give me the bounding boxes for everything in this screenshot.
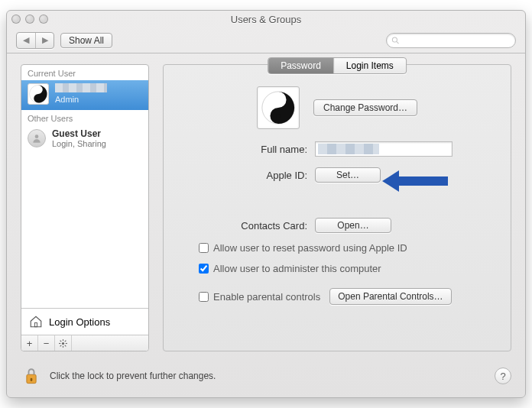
allow-reset-checkbox[interactable]	[199, 243, 209, 253]
toolbar: ◀ ▶ Show All	[7, 28, 525, 53]
login-options-row[interactable]: Login Options	[21, 308, 148, 335]
titlebar: Users & Groups	[7, 11, 525, 28]
svg-point-17	[276, 98, 280, 102]
sidebar-header-current: Current User	[21, 65, 148, 80]
search-icon	[391, 36, 400, 45]
preferences-window: Users & Groups ◀ ▶ Show All Current User	[6, 10, 526, 398]
gear-icon	[58, 338, 68, 348]
window-title: Users & Groups	[7, 14, 525, 25]
svg-point-3	[37, 89, 40, 91]
sidebar-action-bar: + −	[21, 335, 148, 351]
yin-yang-icon	[261, 91, 295, 125]
svg-line-12	[60, 340, 62, 342]
allow-admin-label: Allow user to administer this computer	[213, 263, 381, 274]
open-parental-button[interactable]: Open Parental Controls…	[329, 288, 451, 305]
action-menu-button[interactable]	[55, 335, 72, 351]
search-input[interactable]	[403, 35, 511, 46]
svg-line-13	[65, 345, 66, 346]
svg-line-15	[65, 340, 66, 342]
login-options-label: Login Options	[49, 316, 110, 328]
svg-point-7	[62, 342, 64, 344]
contacts-open-button[interactable]: Open…	[315, 218, 391, 233]
parental-checkbox[interactable]	[199, 292, 209, 302]
svg-point-5	[35, 135, 39, 139]
svg-line-14	[60, 345, 62, 346]
svg-point-18	[276, 114, 280, 118]
show-all-button[interactable]: Show All	[60, 33, 112, 48]
contacts-card-label: Contacts Card:	[177, 220, 307, 232]
annotation-arrow	[382, 170, 448, 192]
apple-id-set-button[interactable]: Set…	[315, 167, 381, 183]
sidebar-user-guest[interactable]: Guest User Login, Sharing	[21, 125, 148, 154]
guest-user-name: Guest User	[52, 128, 106, 139]
avatar	[28, 83, 49, 105]
remove-user-button[interactable]: −	[38, 335, 55, 351]
house-icon	[29, 315, 43, 329]
lock-text: Click the lock to prevent further change…	[50, 371, 216, 381]
guest-user-sub: Login, Sharing	[52, 139, 106, 149]
change-password-button[interactable]: Change Password…	[313, 99, 417, 116]
lock-icon[interactable]	[21, 365, 42, 387]
tab-bar: Password Login Items	[268, 57, 407, 74]
person-icon	[31, 133, 42, 144]
back-button[interactable]: ◀	[17, 33, 35, 48]
sidebar-user-current[interactable]: Admin	[21, 80, 148, 110]
sidebar-header-other: Other Users	[21, 110, 148, 125]
help-button[interactable]: ?	[495, 368, 511, 384]
allow-admin-checkbox[interactable]	[199, 264, 209, 274]
avatar	[28, 129, 46, 147]
yin-yang-icon	[29, 85, 47, 103]
allow-reset-label: Allow user to reset password using Apple…	[213, 242, 407, 254]
content-area: Current User Admin Other Users	[7, 53, 525, 359]
search-field[interactable]	[386, 33, 516, 48]
current-user-name	[55, 83, 107, 95]
current-user-role: Admin	[55, 95, 107, 105]
user-picture[interactable]	[257, 86, 300, 129]
footer: Click the lock to prevent further change…	[7, 359, 525, 397]
svg-rect-20	[31, 378, 33, 381]
svg-line-1	[397, 41, 398, 43]
nav-back-forward: ◀ ▶	[16, 32, 54, 49]
svg-point-0	[392, 37, 397, 41]
parental-label: Enable parental controls	[213, 291, 320, 303]
tab-password[interactable]: Password	[268, 58, 333, 73]
svg-point-4	[37, 98, 40, 100]
add-user-button[interactable]: +	[21, 335, 38, 351]
apple-id-label: Apple ID:	[177, 170, 307, 181]
svg-rect-6	[35, 323, 37, 327]
forward-button[interactable]: ▶	[35, 33, 54, 48]
full-name-label: Full name:	[177, 144, 307, 155]
settings-panel: Password Login Items Change Password… Fu…	[163, 64, 511, 351]
tab-login-items[interactable]: Login Items	[333, 58, 406, 73]
user-sidebar: Current User Admin Other Users	[21, 64, 149, 351]
